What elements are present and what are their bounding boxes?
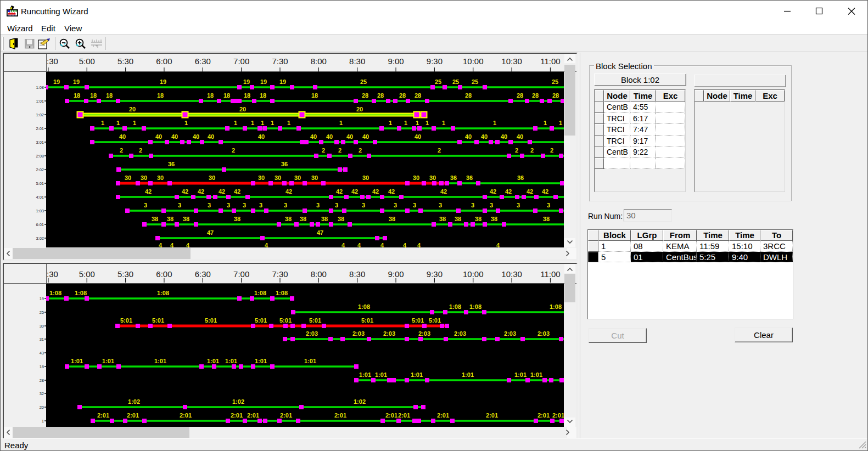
svg-text:1:08: 1:08 — [449, 303, 461, 310]
svg-text:4: 4 — [403, 242, 407, 247]
svg-text:42: 42 — [234, 188, 240, 195]
svg-text:25: 25 — [360, 78, 367, 85]
svg-text:1:08: 1:08 — [254, 290, 266, 296]
svg-text:28: 28 — [552, 92, 559, 99]
svg-text:25: 25 — [435, 78, 441, 85]
svg-text:2:03: 2:03 — [504, 330, 516, 337]
svg-text:8:30: 8:30 — [349, 57, 365, 66]
svg-text:1:08: 1:08 — [276, 290, 288, 296]
svg-text:1: 1 — [442, 120, 445, 126]
svg-text:38: 38 — [183, 216, 189, 222]
svg-text:5:01: 5:01 — [309, 317, 321, 324]
svg-text:2:01: 2:01 — [537, 412, 550, 419]
svg-text:30: 30 — [294, 174, 301, 181]
svg-text:1:01: 1:01 — [36, 99, 44, 104]
svg-text:9:30: 9:30 — [427, 57, 443, 66]
svg-text:1: 1 — [261, 120, 264, 126]
svg-text:28: 28 — [532, 92, 539, 99]
svg-text:28: 28 — [377, 92, 384, 99]
svg-text:11:00: 11:00 — [540, 57, 560, 66]
svg-text:2:01: 2:01 — [385, 412, 397, 419]
svg-text:1: 1 — [544, 120, 547, 126]
svg-text:42: 42 — [527, 188, 533, 195]
svg-text:1: 1 — [404, 120, 407, 126]
svg-text:30: 30 — [157, 174, 164, 181]
svg-text:2: 2 — [232, 147, 235, 154]
svg-text:1:01: 1:01 — [462, 371, 474, 378]
svg-text:3: 3 — [547, 202, 550, 208]
svg-text:2:02: 2:02 — [36, 167, 44, 172]
svg-text:40: 40 — [119, 133, 126, 140]
svg-text:1:08: 1:08 — [75, 290, 87, 296]
svg-text:19: 19 — [243, 78, 250, 85]
svg-text:1:03: 1:03 — [36, 208, 44, 213]
svg-text:1: 1 — [116, 120, 120, 126]
svg-text:36: 36 — [517, 174, 524, 181]
svg-text:2:01: 2:01 — [97, 412, 109, 419]
svg-text:11:00: 11:00 — [540, 269, 560, 279]
svg-text:1:08: 1:08 — [36, 85, 44, 90]
svg-text:42: 42 — [505, 188, 512, 195]
svg-text:3: 3 — [471, 202, 474, 208]
svg-text:6:00: 6:00 — [156, 57, 172, 66]
svg-text:3: 3 — [227, 202, 230, 208]
svg-text:18: 18 — [207, 92, 214, 99]
svg-text:18: 18 — [157, 92, 164, 99]
svg-text:18: 18 — [74, 92, 80, 99]
svg-text:42: 42 — [145, 188, 152, 195]
svg-text:3: 3 — [259, 202, 262, 208]
svg-text:1: 1 — [493, 120, 496, 126]
svg-text:2:01: 2:01 — [180, 412, 192, 419]
svg-text:18: 18 — [260, 92, 266, 99]
svg-text:1: 1 — [101, 120, 104, 126]
svg-text:40: 40 — [415, 133, 421, 140]
svg-text:2:08: 2:08 — [36, 154, 44, 159]
svg-text:40: 40 — [155, 133, 162, 140]
svg-text:18: 18 — [223, 92, 230, 99]
svg-text:2:03: 2:03 — [418, 330, 430, 337]
svg-text:2:01: 2:01 — [280, 412, 292, 419]
svg-text:5:30: 5:30 — [117, 269, 133, 279]
svg-text:4: 4 — [417, 242, 421, 247]
svg-text:4: 4 — [341, 242, 345, 247]
svg-text:1:01: 1:01 — [71, 358, 83, 364]
svg-text:30: 30 — [413, 174, 419, 181]
svg-text:6:30: 6:30 — [195, 269, 211, 279]
svg-text:9:00: 9:00 — [388, 269, 404, 279]
svg-text:3: 3 — [517, 202, 520, 208]
svg-text:42: 42 — [336, 188, 343, 195]
svg-text:43: 43 — [40, 351, 44, 356]
svg-text:20: 20 — [239, 106, 246, 112]
svg-text:2:03: 2:03 — [306, 330, 318, 337]
svg-text:2:01: 2:01 — [552, 412, 564, 419]
svg-text:38: 38 — [285, 216, 292, 222]
svg-text:5:01: 5:01 — [36, 181, 44, 186]
svg-text:30: 30 — [275, 174, 281, 181]
svg-text:3: 3 — [284, 202, 287, 208]
svg-text:4: 4 — [159, 242, 163, 247]
svg-text:36: 36 — [466, 174, 473, 181]
svg-text:1: 1 — [251, 120, 254, 126]
svg-text:1: 1 — [559, 120, 562, 126]
svg-text:19: 19 — [53, 78, 60, 85]
svg-text:40: 40 — [326, 133, 333, 140]
svg-text:4: 4 — [186, 242, 190, 247]
svg-text:3: 3 — [316, 202, 320, 208]
svg-text:19: 19 — [73, 78, 80, 85]
svg-text:2:01: 2:01 — [437, 412, 449, 419]
svg-text:1:01: 1:01 — [255, 358, 267, 364]
svg-text:1:08: 1:08 — [358, 303, 370, 310]
svg-text:30: 30 — [209, 174, 215, 181]
svg-text:2:03: 2:03 — [383, 330, 395, 337]
svg-text:20: 20 — [356, 106, 363, 112]
svg-text:30: 30 — [40, 324, 44, 329]
svg-text:1: 1 — [425, 120, 429, 126]
svg-text:38: 38 — [491, 216, 497, 222]
svg-text:42: 42 — [440, 188, 447, 195]
svg-text:38: 38 — [389, 216, 395, 222]
svg-text:6:01: 6:01 — [36, 222, 44, 227]
svg-text:20: 20 — [40, 405, 44, 410]
svg-text:10:00: 10:00 — [463, 269, 484, 279]
svg-text:2: 2 — [438, 147, 441, 154]
svg-text:40: 40 — [171, 133, 178, 140]
